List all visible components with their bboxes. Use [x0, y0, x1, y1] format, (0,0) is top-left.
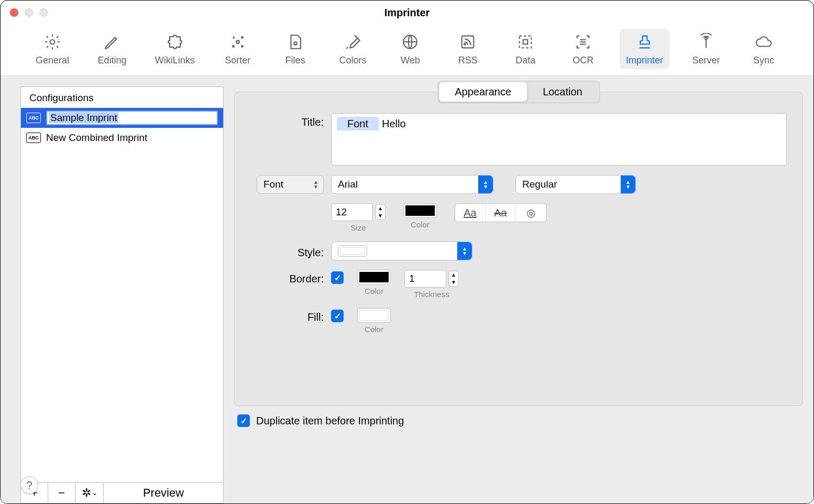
- tab-web[interactable]: Web: [389, 29, 431, 69]
- font-color-sublabel: Color: [403, 220, 437, 229]
- tab-general[interactable]: General: [29, 29, 75, 69]
- border-label: Border:: [250, 270, 324, 285]
- size-stepper[interactable]: ▲▼: [375, 204, 386, 220]
- gear-icon: ✲: [82, 486, 91, 500]
- actions-menu-button[interactable]: ✲ ⌄: [75, 483, 104, 503]
- style-select[interactable]: ▲▼: [331, 242, 472, 260]
- pencil-icon: [102, 32, 122, 52]
- updown-icon: ▲▼: [478, 176, 493, 193]
- preview-button[interactable]: Preview: [104, 483, 223, 503]
- imprint-icon: ABC: [26, 113, 41, 123]
- svg-point-2: [233, 37, 234, 38]
- tab-location[interactable]: Location: [527, 82, 598, 102]
- remove-button[interactable]: −: [48, 483, 75, 503]
- chevron-down-icon: ⌄: [92, 489, 97, 497]
- configuration-row[interactable]: ABC Sample Imprint: [21, 108, 223, 128]
- step-up[interactable]: ▲: [376, 205, 385, 212]
- thickness-stepper[interactable]: ▲▼: [448, 271, 459, 287]
- tab-label: Colors: [339, 55, 367, 66]
- updown-icon: ▲▼: [309, 176, 323, 193]
- configuration-row[interactable]: ABC New Combined Imprint: [21, 128, 223, 148]
- fill-color-well[interactable]: [357, 308, 391, 323]
- tab-label: Files: [285, 55, 305, 66]
- strikethrough-button[interactable]: Aa: [486, 204, 516, 222]
- configuration-name-input[interactable]: Sample Imprint: [46, 111, 218, 125]
- style-label: Style:: [250, 244, 324, 259]
- tab-label: RSS: [458, 55, 478, 66]
- svg-point-3: [241, 37, 243, 38]
- tab-rss[interactable]: RSS: [447, 29, 489, 69]
- svg-point-11: [705, 37, 707, 39]
- step-down[interactable]: ▼: [376, 212, 385, 220]
- font-family-select[interactable]: Arial ▲▼: [331, 175, 493, 194]
- tab-sync[interactable]: Sync: [743, 29, 785, 69]
- preferences-toolbar: General Editing WikiLinks Sorter Files C…: [1, 25, 813, 76]
- tab-label: Sync: [753, 55, 774, 66]
- tab-colors[interactable]: Colors: [332, 29, 374, 69]
- fill-label: Fill:: [250, 308, 324, 323]
- puzzle-icon: [165, 32, 185, 52]
- outline-button[interactable]: ◎: [516, 204, 546, 222]
- border-checkbox[interactable]: ✓: [331, 271, 344, 284]
- stamp-icon: [635, 32, 655, 52]
- tab-sorter[interactable]: Sorter: [217, 29, 259, 69]
- tab-server[interactable]: Server: [685, 29, 727, 69]
- font-token[interactable]: Font: [337, 117, 379, 130]
- tab-editing[interactable]: Editing: [91, 29, 133, 69]
- tab-wikilinks[interactable]: WikiLinks: [149, 29, 201, 69]
- paintbrush-icon: [343, 32, 363, 52]
- duplicate-label: Duplicate item before Imprinting: [256, 415, 404, 427]
- data-select-icon: [515, 32, 535, 52]
- tab-label: Server: [692, 55, 720, 66]
- help-button[interactable]: ?: [20, 476, 38, 494]
- imprint-icon: ABC: [26, 133, 41, 143]
- sorter-icon: [228, 32, 248, 52]
- svg-point-6: [294, 42, 297, 45]
- tab-label: Sorter: [225, 55, 250, 66]
- svg-point-4: [233, 46, 234, 47]
- updown-icon: ▲▼: [621, 176, 635, 193]
- tab-data[interactable]: Data: [504, 29, 546, 69]
- svg-rect-8: [462, 36, 474, 48]
- step-up[interactable]: ▲: [449, 271, 458, 279]
- antenna-icon: [696, 32, 716, 52]
- font-popup-button[interactable]: Font ▲▼: [257, 175, 324, 194]
- underline-button[interactable]: Aa: [455, 204, 486, 222]
- duplicate-checkbox[interactable]: ✓: [237, 414, 250, 427]
- gear-icon: [42, 32, 62, 52]
- svg-point-5: [241, 46, 243, 47]
- fill-checkbox[interactable]: ✓: [331, 310, 344, 322]
- globe-icon: [400, 32, 420, 52]
- configurations-toolbar: + − ✲ ⌄ Preview: [20, 483, 224, 503]
- configuration-name: New Combined Imprint: [46, 132, 147, 144]
- font-size-input[interactable]: [331, 203, 373, 221]
- tab-label: Data: [515, 55, 535, 66]
- step-down[interactable]: ▼: [449, 279, 458, 286]
- tab-label: WikiLinks: [155, 55, 195, 66]
- detail-tabs: Appearance Location: [437, 81, 600, 103]
- tab-imprinter[interactable]: Imprinter: [620, 29, 669, 69]
- cloud-icon: [754, 32, 774, 52]
- tab-ocr[interactable]: OCR: [562, 29, 604, 69]
- border-thickness-input[interactable]: [404, 270, 446, 288]
- border-color-well[interactable]: [357, 270, 391, 284]
- appearance-panel: Title: FontHello Font ▲▼ Arial ▲▼: [234, 92, 803, 406]
- thickness-sublabel: Thickness: [404, 290, 459, 299]
- svg-rect-9: [520, 36, 532, 48]
- border-color-sublabel: Color: [357, 287, 391, 295]
- title-label: Title:: [250, 113, 324, 128]
- svg-point-1: [236, 40, 239, 43]
- tab-appearance[interactable]: Appearance: [439, 82, 527, 102]
- tab-label: General: [36, 55, 69, 66]
- document-gear-icon: [285, 32, 305, 52]
- font-color-well[interactable]: [403, 203, 437, 218]
- svg-rect-10: [523, 40, 528, 45]
- size-sublabel: Size: [331, 223, 386, 232]
- font-style-select[interactable]: Regular ▲▼: [515, 175, 636, 194]
- editable-text[interactable]: Sample Imprint: [49, 112, 118, 123]
- fill-color-sublabel: Color: [357, 325, 391, 334]
- configurations-header: Configurations: [21, 87, 223, 108]
- title-textarea[interactable]: FontHello: [331, 113, 787, 166]
- window-title: Imprinter: [1, 7, 813, 19]
- tab-files[interactable]: Files: [274, 29, 316, 69]
